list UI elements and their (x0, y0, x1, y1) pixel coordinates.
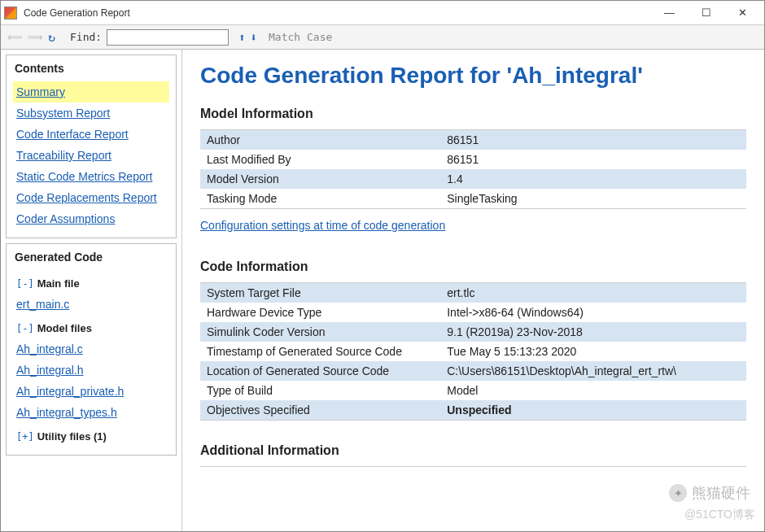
match-case-label[interactable]: Match Case (269, 31, 332, 43)
generated-code-title: Generated Code (7, 244, 176, 267)
generated-code-panel: Generated Code [-]Main file ert_main.c [… (6, 243, 177, 456)
table-row: Location of Generated Source CodeC:\User… (200, 361, 746, 381)
watermark-source: @51CTO博客 (684, 508, 755, 522)
tree-utility-files[interactable]: [+]Utility files (1) (13, 426, 169, 447)
tree-model-files[interactable]: [-]Model files (13, 318, 169, 338)
content-area: Code Generation Report for 'Ah_integral'… (181, 50, 764, 531)
list-item[interactable]: Ah_integral_types.h (13, 402, 169, 423)
list-item[interactable]: Ah_integral_private.h (13, 381, 169, 402)
sidebar-item-code-replacements[interactable]: Code Replacements Report (13, 187, 169, 208)
contents-list: Summary Subsystem Report Code Interface … (7, 78, 176, 238)
maximize-button[interactable]: ☐ (688, 2, 724, 24)
window-title: Code Generation Report (24, 7, 651, 19)
config-settings-link[interactable]: Configuration settings at time of code g… (200, 219, 445, 232)
tree-main-file[interactable]: [-]Main file (13, 273, 169, 294)
table-row: Objectives SpecifiedUnspecified (200, 400, 746, 421)
contents-panel: Contents Summary Subsystem Report Code I… (6, 55, 177, 238)
minimize-button[interactable]: — (651, 2, 688, 24)
back-icon[interactable]: ⟸ (7, 31, 23, 43)
collapse-icon[interactable]: [-] (16, 278, 34, 290)
sidebar-item-static-metrics[interactable]: Static Code Metrics Report (13, 166, 169, 187)
table-row: Last Modified By86151 (200, 150, 746, 169)
table-row: Model Version1.4 (200, 169, 746, 189)
list-item[interactable]: Ah_integral.h (13, 360, 169, 381)
expand-icon[interactable]: [+] (16, 431, 34, 443)
sidebar-item-traceability[interactable]: Traceability Report (13, 145, 169, 166)
table-row: Hardware Device TypeIntel->x86-64 (Windo… (200, 303, 746, 322)
collapse-icon[interactable]: [-] (16, 323, 34, 334)
find-prev-icon[interactable]: ⬆ (238, 31, 245, 44)
code-info-title: Code Information (200, 259, 746, 274)
additional-info-title: Additional Information (200, 443, 746, 458)
list-item[interactable]: Ah_integral.c (13, 338, 169, 360)
table-row: Simulink Coder Version9.1 (R2019a) 23-No… (200, 322, 746, 342)
model-info-table: Author86151 Last Modified By86151 Model … (200, 129, 746, 209)
list-item[interactable]: ert_main.c (13, 294, 169, 315)
table-row: Tasking ModeSingleTasking (200, 189, 746, 209)
generated-code-tree: [-]Main file ert_main.c [-]Model files A… (7, 267, 176, 455)
find-label: Find: (70, 31, 102, 43)
sidebar-item-summary[interactable]: Summary (13, 81, 169, 102)
sidebar-item-subsystem[interactable]: Subsystem Report (13, 102, 169, 124)
table-row: Type of BuildModel (200, 381, 746, 400)
model-info-title: Model Information (200, 107, 746, 121)
refresh-icon[interactable]: ↻ (48, 30, 55, 45)
forward-icon[interactable]: ⟹ (28, 31, 43, 43)
code-info-table: System Target Fileert.tlc Hardware Devic… (200, 282, 746, 421)
sidebar-item-coder-assumptions[interactable]: Coder Assumptions (13, 208, 169, 229)
wechat-icon: ✦ (669, 484, 687, 502)
contents-title: Contents (7, 55, 176, 78)
app-icon (4, 7, 17, 20)
find-next-icon[interactable]: ⬇ (251, 31, 257, 44)
close-button[interactable]: ✕ (724, 2, 761, 24)
table-row: System Target Fileert.tlc (200, 283, 746, 303)
table-row: Timestamp of Generated Source CodeTue Ma… (200, 342, 746, 361)
sidebar-item-code-interface[interactable]: Code Interface Report (13, 124, 169, 145)
page-title: Code Generation Report for 'Ah_integral' (200, 63, 746, 89)
sidebar: Contents Summary Subsystem Report Code I… (1, 50, 181, 531)
titlebar: Code Generation Report — ☐ ✕ (1, 1, 764, 25)
watermark-brand: ✦ 熊猫硬件 (669, 483, 750, 503)
toolbar: ⟸ ⟹ ↻ Find: ⬆ ⬇ Match Case (1, 25, 764, 50)
find-input[interactable] (107, 29, 229, 46)
table-row: Author86151 (200, 130, 746, 150)
